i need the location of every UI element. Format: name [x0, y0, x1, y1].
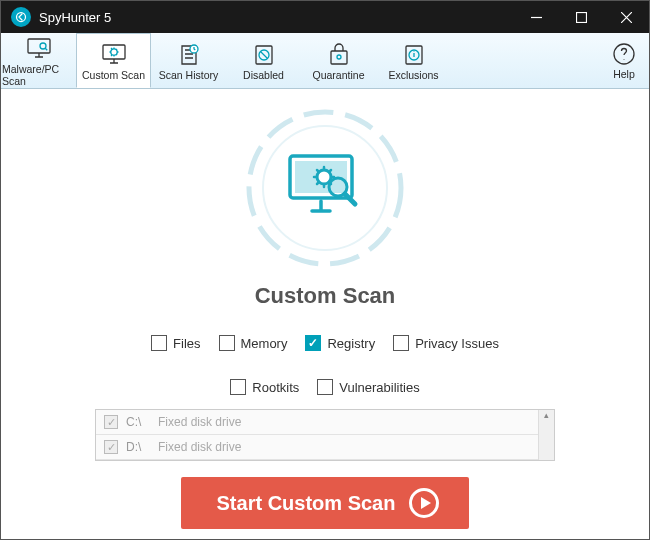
option-rootkits[interactable]: Rootkits [230, 379, 299, 395]
drive-path: D:\ [126, 440, 150, 454]
scan-options: Files Memory Registry Privacy Issues Roo… [75, 335, 575, 395]
minimize-button[interactable] [514, 1, 559, 33]
start-scan-button[interactable]: Start Custom Scan [181, 477, 470, 529]
scrollbar[interactable] [538, 410, 554, 460]
checkbox-icon [393, 335, 409, 351]
window-title: SpyHunter 5 [39, 10, 514, 25]
toolbar-spacer [451, 33, 599, 88]
checkbox-checked-icon [305, 335, 321, 351]
drive-row[interactable]: C:\ Fixed disk drive [96, 410, 554, 435]
drive-desc: Fixed disk drive [158, 440, 241, 454]
tab-custom-scan[interactable]: Custom Scan [76, 33, 151, 88]
checkbox-disabled-icon [104, 440, 118, 454]
info-box-icon [401, 41, 427, 69]
tab-label: Exclusions [388, 69, 438, 81]
svg-rect-4 [103, 45, 125, 59]
help-icon [612, 42, 636, 68]
option-registry[interactable]: Registry [305, 335, 375, 351]
start-button-label: Start Custom Scan [217, 492, 396, 515]
svg-point-3 [40, 43, 46, 49]
tab-label: Scan History [159, 69, 219, 81]
drive-list: C:\ Fixed disk drive D:\ Fixed disk driv… [95, 409, 555, 461]
tab-exclusions[interactable]: Exclusions [376, 33, 451, 88]
checkbox-icon [151, 335, 167, 351]
help-label: Help [613, 68, 635, 80]
option-label: Registry [327, 336, 375, 351]
svg-rect-1 [577, 12, 587, 22]
tab-label: Quarantine [313, 69, 365, 81]
checkbox-icon [317, 379, 333, 395]
tab-label: Custom Scan [82, 69, 145, 81]
checkbox-disabled-icon [104, 415, 118, 429]
blocked-icon [251, 41, 277, 69]
monitor-scan-icon [25, 35, 53, 63]
svg-point-10 [337, 55, 341, 59]
option-memory[interactable]: Memory [219, 335, 288, 351]
tab-scan-history[interactable]: Scan History [151, 33, 226, 88]
lock-box-icon [326, 41, 352, 69]
main-panel: Custom Scan Files Memory Registry Privac… [1, 89, 649, 540]
tab-label: Malware/PC Scan [2, 63, 75, 87]
option-label: Rootkits [252, 380, 299, 395]
option-vulnerabilities[interactable]: Vulnerabilities [317, 379, 419, 395]
option-label: Vulnerabilities [339, 380, 419, 395]
titlebar: SpyHunter 5 [1, 1, 649, 33]
monitor-gear-icon [100, 41, 128, 69]
play-circle-icon [409, 488, 439, 518]
drive-path: C:\ [126, 415, 150, 429]
app-logo-icon [11, 7, 31, 27]
clock-list-icon [176, 41, 202, 69]
tab-quarantine[interactable]: Quarantine [301, 33, 376, 88]
option-privacy-issues[interactable]: Privacy Issues [393, 335, 499, 351]
toolbar: Malware/PC Scan Custom Scan Scan History… [1, 33, 649, 89]
tab-label: Disabled [243, 69, 284, 81]
maximize-button[interactable] [559, 1, 604, 33]
option-label: Privacy Issues [415, 336, 499, 351]
svg-point-0 [17, 13, 26, 22]
option-label: Memory [241, 336, 288, 351]
help-button[interactable]: Help [599, 33, 649, 88]
page-title: Custom Scan [255, 283, 396, 309]
window-controls [514, 1, 649, 33]
option-files[interactable]: Files [151, 335, 200, 351]
checkbox-icon [219, 335, 235, 351]
drive-desc: Fixed disk drive [158, 415, 241, 429]
option-label: Files [173, 336, 200, 351]
hero-graphic [240, 103, 410, 273]
tab-disabled[interactable]: Disabled [226, 33, 301, 88]
checkbox-icon [230, 379, 246, 395]
close-button[interactable] [604, 1, 649, 33]
tab-malware-pc-scan[interactable]: Malware/PC Scan [1, 33, 76, 88]
svg-rect-2 [28, 39, 50, 53]
drive-row[interactable]: D:\ Fixed disk drive [96, 435, 554, 460]
svg-rect-9 [331, 51, 347, 64]
